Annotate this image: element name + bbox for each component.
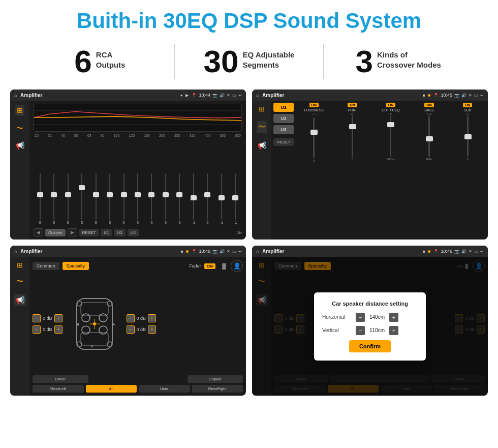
eq-title: Amplifier (20, 93, 177, 98)
eq-slider-4[interactable]: 0 (89, 173, 102, 224)
speaker-btn[interactable]: 📢 (16, 141, 24, 150)
fader-on-toggle[interactable]: ON (204, 263, 215, 269)
bass-on[interactable]: ON (424, 103, 434, 107)
speaker-mode-btn[interactable]: 📢 (14, 294, 26, 306)
back-icon[interactable]: ↩ (238, 93, 242, 98)
crossover-reset-btn[interactable]: RESET (273, 138, 294, 146)
back-icon-2[interactable]: ↩ (480, 93, 484, 98)
sub-on[interactable]: ON (463, 103, 473, 107)
u3-button[interactable]: U3 (273, 125, 294, 134)
rearright-btn[interactable]: RearRight (192, 385, 243, 393)
left-rear-plus[interactable]: + (54, 325, 63, 334)
right-rear-minus[interactable]: − (127, 325, 135, 334)
wave-btn-3[interactable]: 〜 (16, 277, 23, 286)
rearleft-btn[interactable]: RearLeft (33, 385, 84, 393)
eq-u1-btn[interactable]: U1 (101, 229, 112, 236)
loudness-track[interactable] (313, 117, 315, 158)
loudness-on[interactable]: ON (309, 103, 319, 107)
eq-slider-8[interactable]: 0 (145, 173, 158, 224)
driver-btn[interactable]: Driver (33, 375, 88, 383)
right-front-plus[interactable]: + (148, 314, 156, 322)
phat-on[interactable]: ON (348, 103, 357, 107)
window-icon-3[interactable]: ▭ (232, 249, 236, 254)
home-icon-2[interactable]: ⌂ (256, 93, 259, 98)
common-tab[interactable]: Common (33, 262, 59, 270)
home-icon-3[interactable]: ⌂ (14, 249, 17, 254)
volume-icon-3[interactable]: 🔊 (220, 249, 225, 254)
horizontal-minus[interactable]: − (356, 313, 365, 322)
eq-slider-2[interactable]: 0 (61, 173, 74, 224)
speaker-btn-2[interactable]: 📢 (258, 141, 266, 150)
svg-text:◀: ◀ (76, 322, 79, 326)
vertical-minus[interactable]: − (356, 326, 365, 335)
eq-slider-13[interactable]: -1 (215, 173, 228, 224)
specialty-tab[interactable]: Specialty (63, 262, 89, 270)
u1-button[interactable]: U1 (273, 103, 294, 112)
close-icon-2[interactable]: ✕ (469, 93, 472, 98)
eq-slider-5[interactable]: 0 (103, 173, 116, 224)
right-rear-plus[interactable]: + (148, 325, 156, 334)
cutfreq-track[interactable] (390, 116, 391, 157)
window-icon-4[interactable]: ▭ (474, 249, 478, 254)
eq-next-btn[interactable]: ▶ (68, 228, 77, 236)
eq-slider-9[interactable]: 0 (159, 173, 172, 224)
cutfreq-on[interactable]: ON (386, 103, 396, 107)
close-icon[interactable]: ✕ (227, 93, 230, 98)
eq-prev-btn[interactable]: ◀ (34, 228, 43, 236)
wave-btn-2[interactable]: 〜 (257, 121, 267, 133)
eq-custom-btn[interactable]: Custom (45, 229, 66, 236)
back-icon-4[interactable]: ↩ (480, 249, 484, 254)
eq-slider-3[interactable]: 5 (75, 173, 88, 224)
eq-slider-11[interactable]: -1 (187, 173, 200, 224)
back-icon-3[interactable]: ↩ (238, 249, 242, 254)
vertical-plus[interactable]: + (389, 326, 398, 335)
close-icon-4[interactable]: ✕ (469, 249, 472, 254)
vertical-ctrl: − 110cm + (356, 326, 398, 335)
eq-mode-btn-2[interactable]: ⊞ (259, 105, 265, 113)
home-icon[interactable]: ⌂ (14, 93, 17, 98)
stat-number-crossover: 3 (356, 46, 373, 77)
window-icon[interactable]: ▭ (232, 93, 236, 98)
u2-button[interactable]: U2 (273, 114, 294, 123)
vertical-value: 110cm (367, 327, 387, 333)
volume-icon-4[interactable]: 🔊 (461, 249, 466, 254)
left-rear-minus[interactable]: − (33, 325, 41, 334)
window-icon-2[interactable]: ▭ (474, 93, 478, 98)
eq-u3-btn[interactable]: U3 (128, 229, 139, 236)
eq-slider-7[interactable]: 0 (131, 173, 144, 224)
location-icon: 📍 (192, 93, 197, 98)
eq-slider-14[interactable]: -1 (229, 173, 242, 224)
speaker-sidebar: ⊞ 〜 📢 (10, 257, 29, 396)
sub-track[interactable] (467, 116, 469, 157)
eq-slider-0[interactable]: 0 (34, 173, 46, 224)
vertical-row: Vertical − 110cm + (322, 326, 418, 335)
volume-icon-2[interactable]: 🔊 (461, 93, 466, 98)
vertical-label: Vertical (322, 327, 353, 333)
phat-track[interactable] (352, 116, 353, 157)
dialog-status-dot (428, 250, 430, 253)
eq-slider-6[interactable]: 0 (117, 173, 130, 224)
horizontal-plus[interactable]: + (389, 313, 398, 322)
left-front-plus[interactable]: + (54, 314, 63, 322)
eq-slider-12[interactable]: 0 (201, 173, 214, 224)
eq-more-icon[interactable]: ≫ (237, 230, 242, 235)
eq-mode-btn[interactable]: ⊞ (15, 105, 24, 116)
right-front-minus[interactable]: − (127, 314, 135, 322)
eq-reset-btn[interactable]: RESET (79, 229, 99, 236)
close-icon-3[interactable]: ✕ (227, 249, 230, 254)
eq-mode-btn-3[interactable]: ⊞ (17, 261, 23, 269)
volume-icon[interactable]: 🔊 (220, 93, 225, 98)
left-front-minus[interactable]: − (33, 314, 41, 322)
eq-slider-1[interactable]: 0 (47, 173, 60, 224)
eq-slider-10[interactable]: 0 (173, 173, 186, 224)
eq-play[interactable]: ▶ (185, 93, 189, 98)
all-btn[interactable]: All (86, 385, 137, 393)
copilot-btn[interactable]: Copilot (188, 375, 243, 383)
confirm-button[interactable]: Confirm (349, 340, 391, 352)
eq-u2-btn[interactable]: U2 (114, 229, 125, 236)
wave-btn[interactable]: 〜 (16, 124, 23, 133)
bass-track[interactable] (428, 116, 430, 157)
home-icon-4[interactable]: ⌂ (256, 249, 259, 254)
person-icon-3[interactable]: 👤 (231, 260, 243, 272)
user-btn[interactable]: User (139, 385, 190, 393)
